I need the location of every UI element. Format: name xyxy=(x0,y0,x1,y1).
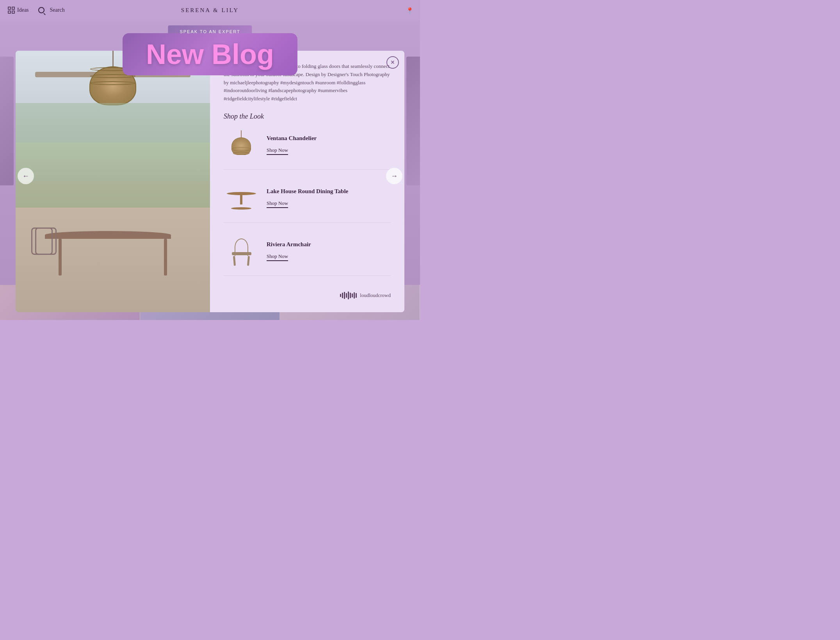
ci-seat xyxy=(232,252,251,255)
wave-bar-6 xyxy=(350,293,351,298)
ideas-label: Ideas xyxy=(17,7,29,13)
scene-chair-r xyxy=(35,228,57,255)
chandelier-shop-now-label: Shop Now xyxy=(267,147,288,153)
product-item-table: Lake House Round Dining Table Shop Now xyxy=(224,181,391,223)
chandelier-name: Ventana Chandelier xyxy=(267,135,391,142)
chandelier-cord xyxy=(112,51,114,66)
modal-image-panel xyxy=(16,51,210,312)
scene-table-leg-l xyxy=(59,239,62,276)
svg-rect-1 xyxy=(12,7,14,9)
ch-body xyxy=(231,137,251,155)
chandelier-product-image xyxy=(224,128,259,162)
svg-rect-0 xyxy=(8,7,11,9)
chair-product-image xyxy=(224,235,259,268)
chair-icon xyxy=(229,236,254,266)
table-shop-now-label: Shop Now xyxy=(267,200,288,206)
table-shop-now-button[interactable]: Shop Now xyxy=(267,200,288,208)
wave-bar-7 xyxy=(352,293,353,297)
scene-table-top xyxy=(45,231,171,239)
prev-arrow-button[interactable]: ← xyxy=(18,168,34,184)
next-arrow-button[interactable]: → xyxy=(386,168,402,184)
trees-bg xyxy=(16,103,210,208)
right-peek xyxy=(406,57,420,185)
close-button[interactable]: × xyxy=(386,56,399,69)
wave-bar-3 xyxy=(344,292,345,299)
wave-bar-9 xyxy=(356,293,357,298)
chair-shop-now-button[interactable]: Shop Now xyxy=(267,253,288,261)
prev-arrow-icon: ← xyxy=(22,172,29,180)
chair-info: Riviera Armchair Shop Now xyxy=(267,241,391,261)
ci-leg-l xyxy=(233,256,235,266)
shop-the-look-heading: Shop the Look xyxy=(224,112,391,121)
new-blog-banner: New Blog xyxy=(123,33,297,75)
wave-bar-5 xyxy=(348,292,349,299)
product-item-chair: Riviera Armchair Shop Now xyxy=(224,235,391,276)
svg-rect-3 xyxy=(12,11,14,13)
interior-scene xyxy=(16,51,210,312)
ci-leg-r xyxy=(247,256,249,266)
wave-bar-8 xyxy=(354,292,355,299)
wave-bar-1 xyxy=(340,294,341,297)
location-icon[interactable]: 📍 xyxy=(406,7,412,13)
ch-ring1 xyxy=(231,147,251,151)
ti-base xyxy=(231,207,252,210)
table-product-image xyxy=(224,181,259,215)
product-item-chandelier: Ventana Chandelier Shop Now xyxy=(224,128,391,170)
modal-container: × Bask in the beauty of nature thanks to… xyxy=(16,51,404,312)
header-right: 📍 xyxy=(406,7,412,13)
svg-rect-2 xyxy=(8,11,11,13)
loudcrowd-brand: loudcrowd xyxy=(369,292,391,298)
chandelier-shop-now-button[interactable]: Shop Now xyxy=(267,147,288,155)
table-icon xyxy=(227,186,256,210)
chandelier-info: Ventana Chandelier Shop Now xyxy=(267,135,391,155)
grid-icon xyxy=(8,7,15,14)
site-logo: SERENA & LILY xyxy=(181,7,239,14)
ch-ring2 xyxy=(233,152,249,155)
next-arrow-icon: → xyxy=(391,172,398,180)
ch-cord xyxy=(241,130,242,138)
wave-bar-4 xyxy=(346,293,347,298)
loudcrowd-text: loudloudcrowd xyxy=(360,292,391,299)
table-info: Lake House Round Dining Table Shop Now xyxy=(267,188,391,208)
chair-name: Riviera Armchair xyxy=(267,241,391,248)
table-name: Lake House Round Dining Table xyxy=(267,188,391,195)
ideas-nav-item[interactable]: Ideas xyxy=(8,7,29,14)
chandelier-icon xyxy=(228,130,255,160)
search-icon xyxy=(38,7,44,13)
new-blog-title: New Blog xyxy=(146,40,274,68)
header-left: Ideas Search xyxy=(8,7,65,14)
chair-shop-now-label: Shop Now xyxy=(267,253,288,259)
search-nav-item[interactable]: Search xyxy=(38,7,65,13)
ti-leg-c xyxy=(240,195,242,204)
left-peek xyxy=(0,57,14,185)
ring3 xyxy=(90,81,135,85)
wave-bar-2 xyxy=(342,293,343,298)
modal-content-panel: × Bask in the beauty of nature thanks to… xyxy=(210,51,404,312)
search-label: Search xyxy=(50,7,65,13)
scene-table-leg-r xyxy=(164,239,167,276)
close-icon: × xyxy=(391,59,394,66)
waveform-icon xyxy=(340,292,357,299)
loudcrowd-branding: loudloudcrowd xyxy=(224,288,391,299)
header: Ideas Search SERENA & LILY 📍 xyxy=(0,0,420,20)
